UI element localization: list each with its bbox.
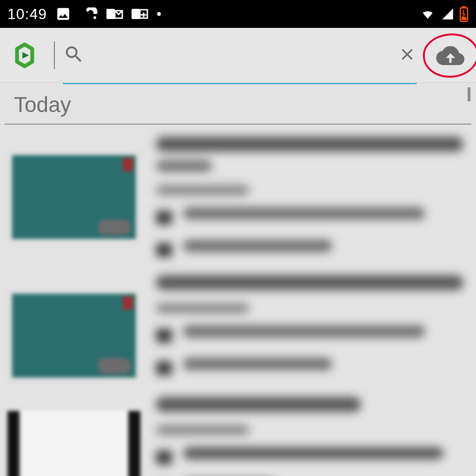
video-item[interactable] bbox=[0, 395, 476, 476]
video-metadata bbox=[156, 397, 469, 476]
svg-rect-1 bbox=[106, 9, 115, 19]
cloud-upload-icon bbox=[436, 60, 465, 66]
active-tab-indicator bbox=[63, 83, 416, 84]
app-logo[interactable] bbox=[8, 42, 41, 68]
status-right-group bbox=[419, 6, 469, 22]
search-input[interactable] bbox=[94, 46, 394, 64]
status-time: 10:49 bbox=[7, 6, 47, 23]
search-divider bbox=[54, 41, 55, 69]
outlook-mail-icon bbox=[106, 7, 123, 21]
section-header: Today bbox=[0, 85, 476, 121]
app-toolbar bbox=[0, 28, 476, 83]
svg-point-0 bbox=[93, 16, 96, 19]
video-item[interactable] bbox=[0, 273, 476, 395]
clear-search-button[interactable] bbox=[394, 41, 420, 69]
cell-signal-icon bbox=[441, 7, 455, 20]
video-metadata bbox=[156, 137, 469, 260]
status-left-group: 10:49 bbox=[7, 6, 161, 23]
search-icon bbox=[63, 44, 85, 67]
outlook-calendar-icon bbox=[132, 7, 148, 21]
image-icon bbox=[55, 6, 71, 22]
svg-rect-8 bbox=[462, 6, 466, 8]
cloud-sync-icon bbox=[79, 7, 98, 20]
scrollbar-tick bbox=[468, 87, 470, 101]
section-title: Today bbox=[14, 93, 71, 117]
more-notifications-dot-icon bbox=[157, 12, 161, 16]
video-metadata bbox=[156, 275, 469, 378]
battery-charging-icon bbox=[459, 6, 469, 22]
video-thumbnail bbox=[7, 289, 140, 382]
svg-point-6 bbox=[157, 12, 161, 16]
cloud-upload-button[interactable] bbox=[433, 41, 468, 69]
android-status-bar: 10:49 bbox=[0, 0, 476, 28]
wifi-icon bbox=[419, 7, 436, 20]
video-list bbox=[0, 125, 476, 476]
video-item[interactable] bbox=[0, 135, 476, 273]
close-icon bbox=[399, 57, 416, 64]
video-thumbnail bbox=[7, 411, 140, 476]
search-container bbox=[63, 44, 394, 67]
video-thumbnail bbox=[7, 151, 140, 244]
svg-rect-9 bbox=[462, 17, 466, 20]
svg-rect-2 bbox=[132, 9, 140, 19]
